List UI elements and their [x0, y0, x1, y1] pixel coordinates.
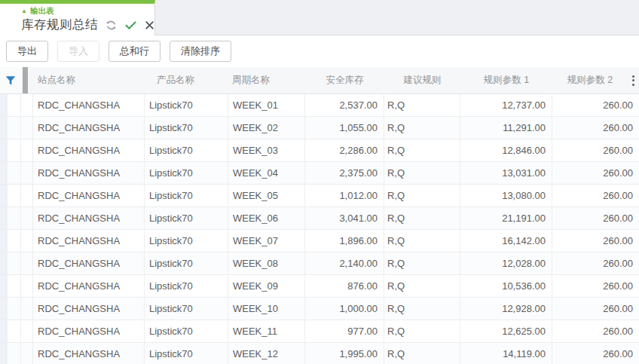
- cell-product-name[interactable]: Lipstick70: [145, 94, 228, 116]
- cell-suggested-rule[interactable]: R,Q: [384, 207, 460, 229]
- table-row[interactable]: RDC_CHANGSHA Lipstick70 WEEK_02 1,055.00…: [0, 117, 639, 139]
- cell-rule-param-2[interactable]: 260.00: [552, 94, 639, 116]
- column-header-site-name[interactable]: 站点名称: [29, 67, 145, 93]
- cell-site-name[interactable]: RDC_CHANGSHA: [33, 117, 145, 139]
- column-header-rule-param-2[interactable]: 规则参数 2: [552, 67, 628, 93]
- row-header-cell[interactable]: [21, 343, 33, 364]
- cell-site-name[interactable]: RDC_CHANGSHA: [33, 207, 145, 229]
- cell-product-name[interactable]: Lipstick70: [145, 162, 228, 184]
- cell-site-name[interactable]: RDC_CHANGSHA: [33, 252, 145, 274]
- cell-product-name[interactable]: Lipstick70: [145, 320, 228, 342]
- tab-inventory-rule-summary[interactable]: ▲ 输出表 库存规则总结: [0, 0, 155, 35]
- cell-suggested-rule[interactable]: R,Q: [384, 162, 460, 184]
- row-header-cell[interactable]: [21, 162, 33, 184]
- cell-rule-param-2[interactable]: 260.00: [552, 343, 639, 364]
- cell-rule-param-2[interactable]: 260.00: [552, 139, 639, 161]
- cell-rule-param-2[interactable]: 260.00: [552, 275, 639, 297]
- filter-icon[interactable]: [0, 67, 21, 93]
- cell-site-name[interactable]: RDC_CHANGSHA: [33, 230, 145, 252]
- export-button[interactable]: 导出: [6, 41, 48, 62]
- table-row[interactable]: RDC_CHANGSHA Lipstick70 WEEK_11 977.00 R…: [0, 320, 639, 343]
- row-header-cell[interactable]: [21, 230, 33, 252]
- cell-period-name[interactable]: WEEK_07: [228, 230, 305, 252]
- table-row[interactable]: RDC_CHANGSHA Lipstick70 WEEK_04 2,375.00…: [0, 162, 639, 185]
- row-header-cell[interactable]: [21, 252, 33, 274]
- cell-safety-stock[interactable]: 977.00: [305, 320, 384, 342]
- cell-suggested-rule[interactable]: R,Q: [384, 230, 460, 252]
- cell-rule-param-1[interactable]: 12,846.00: [460, 139, 552, 161]
- cell-period-name[interactable]: WEEK_05: [228, 185, 305, 206]
- cell-suggested-rule[interactable]: R,Q: [384, 185, 460, 206]
- cell-safety-stock[interactable]: 876.00: [305, 275, 384, 297]
- column-header-suggested-rule[interactable]: 建议规则: [384, 67, 460, 93]
- cell-safety-stock[interactable]: 2,537.00: [305, 94, 384, 116]
- cell-safety-stock[interactable]: 3,041.00: [305, 207, 384, 229]
- cell-rule-param-1[interactable]: 12,928.00: [460, 298, 552, 320]
- cell-rule-param-2[interactable]: 260.00: [552, 252, 639, 274]
- table-row[interactable]: RDC_CHANGSHA Lipstick70 WEEK_12 1,995.00…: [0, 343, 639, 364]
- refresh-icon[interactable]: [105, 19, 118, 32]
- cell-suggested-rule[interactable]: R,Q: [384, 320, 460, 342]
- cell-safety-stock[interactable]: 2,375.00: [305, 162, 384, 184]
- cell-suggested-rule[interactable]: R,Q: [384, 252, 460, 274]
- cell-product-name[interactable]: Lipstick70: [145, 298, 228, 320]
- cell-safety-stock[interactable]: 1,995.00: [305, 343, 384, 364]
- cell-rule-param-2[interactable]: 260.00: [552, 117, 639, 139]
- cell-rule-param-2[interactable]: 260.00: [552, 230, 639, 252]
- cell-period-name[interactable]: WEEK_08: [228, 252, 305, 274]
- cell-rule-param-1[interactable]: 16,142.00: [460, 230, 552, 252]
- row-header-cell[interactable]: [21, 207, 33, 229]
- column-menu-kebab-icon[interactable]: [628, 67, 639, 93]
- cell-product-name[interactable]: Lipstick70: [145, 207, 228, 229]
- cell-product-name[interactable]: Lipstick70: [145, 185, 228, 206]
- column-splitter-handle[interactable]: [21, 67, 29, 93]
- table-row[interactable]: RDC_CHANGSHA Lipstick70 WEEK_01 2,537.00…: [0, 94, 639, 117]
- row-header-cell[interactable]: [21, 185, 33, 206]
- row-header-cell[interactable]: [21, 139, 33, 161]
- cell-rule-param-1[interactable]: 13,031.00: [460, 162, 552, 184]
- cell-suggested-rule[interactable]: R,Q: [384, 94, 460, 116]
- cell-site-name[interactable]: RDC_CHANGSHA: [33, 94, 145, 116]
- column-header-rule-param-1[interactable]: 规则参数 1: [460, 67, 552, 93]
- table-row[interactable]: RDC_CHANGSHA Lipstick70 WEEK_03 2,286.00…: [0, 139, 639, 162]
- cell-product-name[interactable]: Lipstick70: [145, 252, 228, 274]
- table-row[interactable]: RDC_CHANGSHA Lipstick70 WEEK_06 3,041.00…: [0, 207, 639, 230]
- row-header-cell[interactable]: [21, 298, 33, 320]
- cell-rule-param-1[interactable]: 10,536.00: [460, 275, 552, 297]
- row-header-cell[interactable]: [21, 94, 33, 116]
- cell-site-name[interactable]: RDC_CHANGSHA: [33, 162, 145, 184]
- cell-site-name[interactable]: RDC_CHANGSHA: [33, 298, 145, 320]
- table-row[interactable]: RDC_CHANGSHA Lipstick70 WEEK_09 876.00 R…: [0, 275, 639, 298]
- cell-rule-param-1[interactable]: 14,119.00: [460, 343, 552, 364]
- cell-period-name[interactable]: WEEK_01: [228, 94, 305, 116]
- cell-rule-param-2[interactable]: 260.00: [552, 298, 639, 320]
- cell-rule-param-1[interactable]: 21,191.00: [460, 207, 552, 229]
- table-row[interactable]: RDC_CHANGSHA Lipstick70 WEEK_08 2,140.00…: [0, 252, 639, 275]
- cell-rule-param-1[interactable]: 11,291.00: [460, 117, 552, 139]
- column-header-period-name[interactable]: 周期名称: [228, 67, 305, 93]
- cell-site-name[interactable]: RDC_CHANGSHA: [33, 139, 145, 161]
- cell-rule-param-1[interactable]: 12,028.00: [460, 252, 552, 274]
- column-header-safety-stock[interactable]: 安全库存: [305, 67, 384, 93]
- cell-suggested-rule[interactable]: R,Q: [384, 298, 460, 320]
- cell-suggested-rule[interactable]: R,Q: [384, 117, 460, 139]
- cell-period-name[interactable]: WEEK_10: [228, 298, 305, 320]
- cell-safety-stock[interactable]: 1,000.00: [305, 298, 384, 320]
- cell-product-name[interactable]: Lipstick70: [145, 230, 228, 252]
- cell-rule-param-2[interactable]: 260.00: [552, 185, 639, 206]
- table-row[interactable]: RDC_CHANGSHA Lipstick70 WEEK_05 1,012.00…: [0, 185, 639, 207]
- cell-period-name[interactable]: WEEK_06: [228, 207, 305, 229]
- cell-safety-stock[interactable]: 2,286.00: [305, 139, 384, 161]
- cell-rule-param-1[interactable]: 13,080.00: [460, 185, 552, 206]
- cell-rule-param-1[interactable]: 12,737.00: [460, 94, 552, 116]
- row-header-cell[interactable]: [21, 275, 33, 297]
- table-row[interactable]: RDC_CHANGSHA Lipstick70 WEEK_10 1,000.00…: [0, 298, 639, 320]
- cell-suggested-rule[interactable]: R,Q: [384, 343, 460, 364]
- cell-period-name[interactable]: WEEK_04: [228, 162, 305, 184]
- row-header-cell[interactable]: [21, 320, 33, 342]
- cell-site-name[interactable]: RDC_CHANGSHA: [33, 185, 145, 206]
- cell-rule-param-2[interactable]: 260.00: [552, 207, 639, 229]
- cell-product-name[interactable]: Lipstick70: [145, 343, 228, 364]
- sum-row-button[interactable]: 总和行: [109, 41, 161, 62]
- cell-rule-param-2[interactable]: 260.00: [552, 162, 639, 184]
